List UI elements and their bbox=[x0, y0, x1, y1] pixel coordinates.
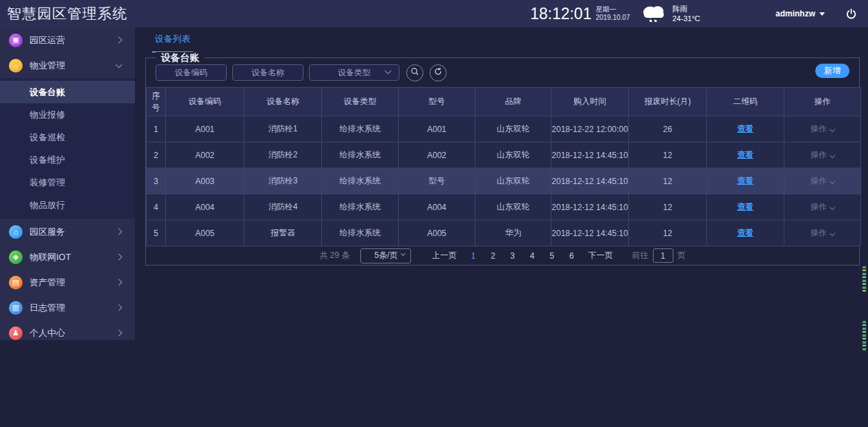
sidebar-subitem-device-maintenance[interactable]: 设备维护 bbox=[0, 148, 135, 171]
chevron-down-icon bbox=[830, 205, 835, 210]
row-actions-dropdown[interactable]: 操作 bbox=[810, 150, 834, 159]
view-qrcode-link[interactable]: 查看 bbox=[737, 176, 754, 185]
cell-model: A001 bbox=[399, 116, 475, 142]
prev-page-button[interactable]: 上一页 bbox=[432, 250, 456, 261]
page-number-4[interactable]: 4 bbox=[530, 251, 535, 261]
cell-model: A005 bbox=[399, 220, 475, 246]
device-name-input[interactable] bbox=[232, 64, 303, 81]
row-actions-dropdown[interactable]: 操作 bbox=[810, 228, 834, 237]
property-management-icon: ☼ bbox=[9, 59, 23, 73]
weather-condition: 阵雨 bbox=[673, 4, 700, 14]
device-code-input[interactable] bbox=[156, 64, 227, 81]
view-qrcode-link[interactable]: 查看 bbox=[737, 124, 754, 133]
row-actions-dropdown[interactable]: 操作 bbox=[810, 176, 834, 185]
cell-index: 4 bbox=[147, 194, 166, 220]
cell-name: 消防栓3 bbox=[245, 168, 322, 194]
cell-code: A005 bbox=[166, 220, 245, 246]
cell-scrap-months: 26 bbox=[629, 116, 707, 142]
panel-title: 设备台账 bbox=[156, 52, 205, 64]
sidebar-item-label: 物联网IOT bbox=[29, 251, 71, 263]
sidebar-subitem-decoration-management[interactable]: 装修管理 bbox=[0, 171, 135, 194]
sidebar-subitem-item-release[interactable]: 物品放行 bbox=[0, 194, 135, 216]
chevron-down-icon bbox=[385, 68, 392, 75]
add-button[interactable]: 新增 bbox=[815, 64, 850, 78]
sidebar-item-property-management[interactable]: ☼ 物业管理 bbox=[0, 53, 135, 78]
col-header-purchase-time: 购入时间 bbox=[551, 88, 629, 116]
chevron-right-icon bbox=[116, 37, 123, 44]
weather-temperature: 24-31°C bbox=[673, 14, 700, 23]
page-number-6[interactable]: 6 bbox=[569, 251, 574, 261]
caret-down-icon bbox=[819, 12, 825, 16]
user-menu[interactable]: adminhzw bbox=[776, 9, 825, 18]
row-actions-dropdown[interactable]: 操作 bbox=[810, 124, 834, 133]
chevron-down-icon bbox=[830, 153, 835, 158]
cloud-rain-icon bbox=[640, 3, 669, 25]
table-row: 2 A002 消防栓2 给排水系统 A002 山东双轮 2018-12-12 1… bbox=[147, 142, 861, 168]
row-actions-dropdown[interactable]: 操作 bbox=[810, 202, 834, 211]
cell-code: A004 bbox=[166, 194, 245, 220]
cell-brand: 山东双轮 bbox=[475, 116, 551, 142]
power-icon[interactable] bbox=[845, 8, 857, 20]
sidebar-item-asset-management[interactable]: ▤ 资产管理 bbox=[0, 270, 135, 295]
search-button[interactable] bbox=[406, 64, 423, 81]
sidebar-item-log-management[interactable]: ▥ 日志管理 bbox=[0, 295, 135, 320]
search-icon bbox=[410, 67, 419, 78]
chevron-right-icon bbox=[116, 279, 123, 286]
cell-code: A003 bbox=[166, 168, 245, 194]
jump-page-input[interactable] bbox=[653, 248, 673, 263]
personal-center-icon: ♟ bbox=[9, 326, 23, 340]
cell-name: 消防栓4 bbox=[245, 194, 322, 220]
sidebar-item-label: 物业管理 bbox=[29, 60, 65, 72]
cell-name: 消防栓1 bbox=[245, 116, 322, 142]
cell-purchase-time: 2018-12-12 14:45:10 bbox=[551, 142, 629, 168]
table-row: 1 A001 消防栓1 给排水系统 A001 山东双轮 2018-12-22 1… bbox=[147, 116, 861, 142]
cell-scrap-months: 12 bbox=[629, 142, 707, 168]
sidebar-item-personal-center[interactable]: ♟ 个人中心 bbox=[0, 320, 135, 346]
cell-scrap-months: 12 bbox=[629, 194, 707, 220]
sidebar-item-iot[interactable]: ◈ 物联网IOT bbox=[0, 244, 135, 270]
device-type-select[interactable]: 设备类型 bbox=[309, 64, 399, 81]
view-qrcode-link[interactable]: 查看 bbox=[737, 150, 754, 159]
date-block: 星期一 2019.10.07 bbox=[595, 5, 630, 23]
cell-purchase-time: 2018-12-12 14:45:10 bbox=[551, 194, 629, 220]
sidebar-subitem-device-ledger[interactable]: 设备台账 bbox=[0, 81, 135, 103]
page-number-1[interactable]: 1 bbox=[471, 251, 475, 261]
sidebar-item-park-service[interactable]: ⌂ 园区服务 bbox=[0, 219, 135, 244]
col-header-qrcode: 二维码 bbox=[707, 88, 784, 116]
cell-index: 1 bbox=[147, 116, 166, 142]
next-page-button[interactable]: 下一页 bbox=[588, 250, 613, 261]
table-row-selected: 3 A003 消防栓3 给排水系统 型号 山东双轮 2018-12-12 14:… bbox=[147, 168, 861, 194]
app-header: 智慧园区管理系统 18:12:01 星期一 2019.10.07 阵雨 24-3… bbox=[0, 0, 868, 27]
cell-type: 给排水系统 bbox=[322, 142, 399, 168]
date-label: 2019.10.07 bbox=[595, 14, 630, 23]
total-count-label: 共 29 条 bbox=[319, 250, 349, 261]
refresh-button[interactable] bbox=[430, 64, 447, 81]
log-management-icon: ▥ bbox=[9, 301, 23, 315]
search-toolbar: 设备类型 bbox=[146, 58, 859, 87]
page-number-5[interactable]: 5 bbox=[549, 251, 554, 261]
view-qrcode-link[interactable]: 查看 bbox=[737, 228, 754, 237]
chevron-down-icon bbox=[830, 179, 835, 184]
cell-scrap-months: 12 bbox=[629, 220, 707, 246]
sidebar-subitem-device-inspection[interactable]: 设备巡检 bbox=[0, 126, 135, 148]
park-operation-icon: ▣ bbox=[9, 34, 23, 47]
sidebar-item-label: 日志管理 bbox=[29, 302, 65, 314]
sidebar-item-park-operation[interactable]: ▣ 园区运营 bbox=[0, 27, 135, 53]
cell-purchase-time: 2018-12-12 14:45:10 bbox=[551, 168, 629, 194]
tab-device-list[interactable]: 设备列表 bbox=[152, 33, 193, 53]
page-number-2[interactable]: 2 bbox=[491, 251, 495, 261]
cell-code: A001 bbox=[166, 116, 245, 142]
sidebar-subitem-property-repair[interactable]: 物业报修 bbox=[0, 103, 135, 126]
page-size-select[interactable]: 5条/页 bbox=[360, 248, 411, 263]
cell-index: 5 bbox=[147, 220, 166, 246]
page-number-3[interactable]: 3 bbox=[510, 251, 515, 261]
cell-type: 给排水系统 bbox=[322, 194, 399, 220]
pagination: 共 29 条 5条/页 上一页 1 2 3 4 5 6 下一页 前往 页 bbox=[146, 246, 859, 265]
table-header-row: 序号 设备编码 设备名称 设备类型 型号 品牌 购入时间 报废时长(月) 二维码… bbox=[147, 88, 861, 116]
view-qrcode-link[interactable]: 查看 bbox=[737, 202, 754, 211]
refresh-icon bbox=[434, 67, 443, 78]
jump-suffix-label: 页 bbox=[678, 250, 686, 261]
chevron-right-icon bbox=[116, 254, 123, 261]
actions-label: 操作 bbox=[810, 202, 827, 211]
device-table: 序号 设备编码 设备名称 设备类型 型号 品牌 购入时间 报废时长(月) 二维码… bbox=[146, 87, 861, 246]
